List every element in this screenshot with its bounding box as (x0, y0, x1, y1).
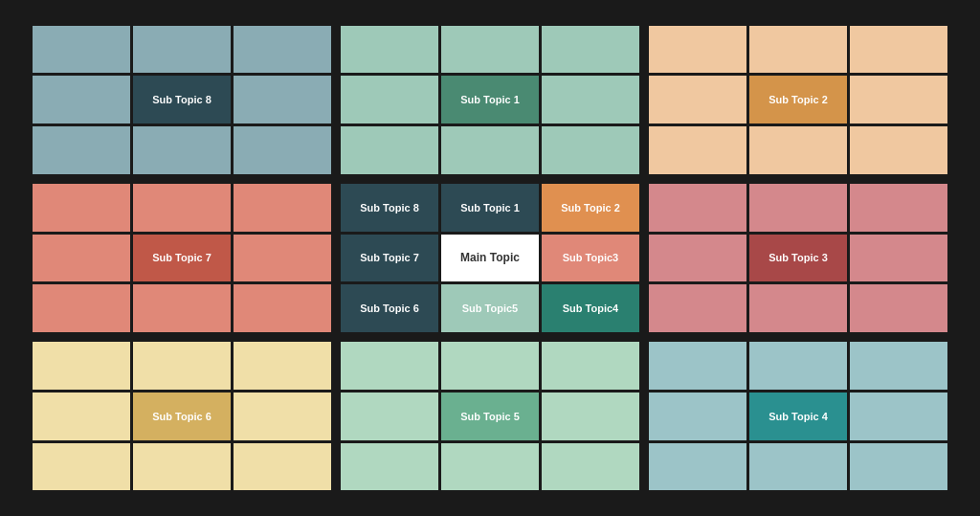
panel-subtopic4[interactable]: Sub Topic 4 (647, 340, 949, 492)
cell (649, 342, 746, 390)
cell (441, 342, 539, 390)
cell (850, 76, 947, 123)
subtopic7-label[interactable]: Sub Topic 7 (133, 235, 231, 282)
cell (649, 235, 746, 282)
cell (649, 76, 746, 123)
hub-subtopic3[interactable]: Sub Topic3 (542, 235, 639, 282)
hub-subtopic1[interactable]: Sub Topic 1 (441, 184, 539, 232)
cell (441, 26, 539, 74)
subtopic1-label[interactable]: Sub Topic 1 (441, 76, 539, 123)
cell (234, 76, 331, 123)
cell (234, 26, 331, 74)
cell (234, 342, 331, 390)
cell (133, 126, 231, 174)
cell (749, 342, 847, 390)
cell (133, 284, 231, 332)
cell (33, 26, 130, 74)
hub-subtopic7[interactable]: Sub Topic 7 (341, 235, 438, 282)
cell (649, 393, 746, 440)
cell (234, 235, 331, 282)
cell (33, 126, 130, 174)
cell (749, 184, 847, 232)
cell (33, 443, 130, 491)
hub-main-topic[interactable]: Main Topic (441, 235, 539, 282)
panel-subtopic2[interactable]: Sub Topic 2 (647, 24, 949, 176)
cell (33, 342, 130, 390)
subtopic2-label[interactable]: Sub Topic 2 (749, 76, 847, 123)
cell (850, 235, 947, 282)
cell (649, 284, 746, 332)
cell (441, 443, 539, 491)
cell (749, 26, 847, 74)
hub-subtopic5[interactable]: Sub Topic5 (441, 284, 539, 332)
cell (850, 443, 947, 491)
panel-subtopic5[interactable]: Sub Topic 5 (339, 340, 641, 492)
cell (542, 126, 639, 174)
subtopic4-label[interactable]: Sub Topic 4 (749, 393, 847, 440)
hub-subtopic2[interactable]: Sub Topic 2 (542, 184, 639, 232)
cell (850, 126, 947, 174)
cell (542, 443, 639, 491)
hub-subtopic8[interactable]: Sub Topic 8 (341, 184, 438, 232)
cell (850, 393, 947, 440)
hub-subtopic6[interactable]: Sub Topic 6 (341, 284, 438, 332)
cell (133, 342, 231, 390)
panel-subtopic1[interactable]: Sub Topic 1 (339, 24, 641, 176)
cell (33, 393, 130, 440)
cell (850, 342, 947, 390)
cell (649, 184, 746, 232)
cell (234, 284, 331, 332)
cell (33, 284, 130, 332)
panel-main[interactable]: Sub Topic 8 Sub Topic 1 Sub Topic 2 Sub … (339, 182, 641, 334)
cell (441, 126, 539, 174)
cell (542, 393, 639, 440)
cell (341, 342, 438, 390)
hub-subtopic4[interactable]: Sub Topic4 (542, 284, 639, 332)
cell (133, 443, 231, 491)
cell (33, 76, 130, 123)
cell (133, 184, 231, 232)
panel-subtopic7[interactable]: Sub Topic 7 (31, 182, 333, 334)
cell (850, 26, 947, 74)
cell (749, 126, 847, 174)
cell (850, 184, 947, 232)
cell (341, 126, 438, 174)
panel-subtopic6[interactable]: Sub Topic 6 (31, 340, 333, 492)
cell (542, 76, 639, 123)
cell (33, 235, 130, 282)
cell (649, 443, 746, 491)
cell (649, 26, 746, 74)
cell (341, 76, 438, 123)
cell (542, 342, 639, 390)
cell (649, 126, 746, 174)
cell (341, 443, 438, 491)
panel-subtopic8[interactable]: Sub Topic 8 (31, 24, 333, 176)
cell (133, 26, 231, 74)
cell (234, 443, 331, 491)
main-container: Sub Topic 8 Sub Topic 1 Sub Topic 2 Su (21, 14, 959, 503)
subtopic5-label[interactable]: Sub Topic 5 (441, 393, 539, 440)
panel-subtopic3[interactable]: Sub Topic 3 (647, 182, 949, 334)
cell (341, 393, 438, 440)
cell (234, 393, 331, 440)
cell (542, 26, 639, 74)
cell (341, 26, 438, 74)
cell (850, 284, 947, 332)
cell (234, 184, 331, 232)
subtopic8-label[interactable]: Sub Topic 8 (133, 76, 231, 123)
cell (33, 184, 130, 232)
cell (234, 126, 331, 174)
cell (749, 443, 847, 491)
subtopic6-label[interactable]: Sub Topic 6 (133, 393, 231, 440)
subtopic3-label[interactable]: Sub Topic 3 (749, 235, 847, 282)
cell (749, 284, 847, 332)
